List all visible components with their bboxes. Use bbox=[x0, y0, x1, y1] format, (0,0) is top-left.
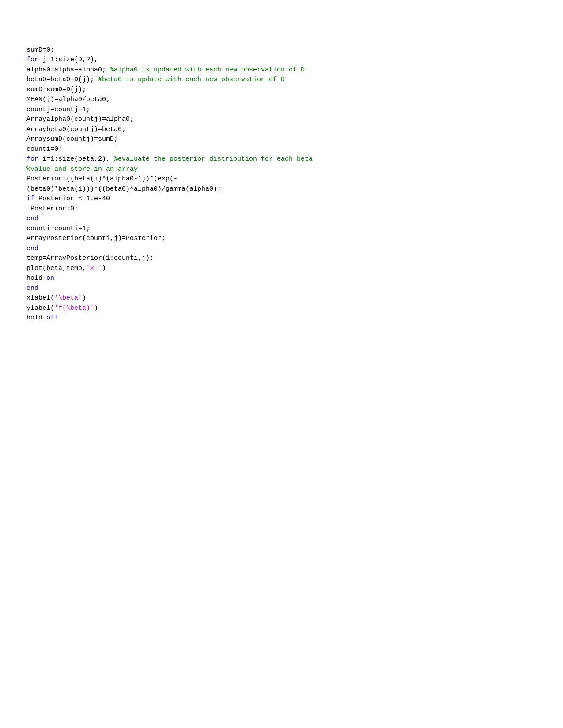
code-segment-comment: %evaluate the posterior distribution for… bbox=[114, 155, 313, 163]
code-segment-string: 'k-' bbox=[86, 265, 102, 272]
code-segment-normal: Posterior < 1.e-40 bbox=[34, 195, 110, 203]
code-segment-normal: Posterior=0; bbox=[26, 205, 78, 213]
code-line: Arraybeta0(countj)=beta0; bbox=[26, 125, 537, 135]
code-line: alpha0=alpha+alpha0; %alpha0 is updated … bbox=[26, 65, 537, 75]
code-line: end bbox=[26, 284, 537, 294]
code-block: sumD=0;for j=1:size(D,2),alpha0=alpha+al… bbox=[26, 35, 537, 323]
code-segment-comment: %beta0 is update with each new observati… bbox=[98, 76, 285, 83]
code-segment-normal: plot(beta,temp, bbox=[26, 265, 86, 272]
code-segment-string: '\beta' bbox=[54, 294, 82, 302]
code-line: counti=counti+1; bbox=[26, 224, 537, 234]
code-segment-normal: ArrayPosterior(counti,j)=Posterior; bbox=[26, 235, 166, 242]
code-segment-normal: Posterior=((beta(i)^(alpha0-1))*(exp(- bbox=[26, 175, 178, 183]
code-line: hold off bbox=[26, 313, 537, 323]
code-line: %value and store in an array bbox=[26, 165, 537, 175]
code-segment-normal: j=1:size(D,2), bbox=[38, 56, 98, 64]
code-segment-normal: MEAN(j)=alpha0/beta0; bbox=[26, 96, 110, 103]
code-line: for j=1:size(D,2), bbox=[26, 55, 537, 65]
code-segment-string: 'f(\beta)' bbox=[54, 304, 94, 312]
code-segment-normal: ylabel( bbox=[26, 304, 54, 312]
code-segment-normal: ArraysumD(countj)=sumD; bbox=[26, 135, 118, 143]
code-segment-normal: temp=ArrayPosterior(1:counti,j); bbox=[26, 255, 154, 262]
code-segment-normal: (beta0)*beta(i)))*((beta0)^alpha0)/gamma… bbox=[26, 185, 221, 193]
code-segment-normal: ) bbox=[94, 304, 98, 312]
code-segment-normal: ) bbox=[82, 294, 86, 302]
code-line: Posterior=((beta(i)^(alpha0-1))*(exp(- bbox=[26, 174, 537, 184]
code-segment-keyword: on bbox=[46, 274, 54, 282]
code-segment-keyword: end bbox=[26, 285, 38, 292]
code-segment-normal: sumD=0; bbox=[26, 46, 54, 54]
code-line: if Posterior < 1.e-40 bbox=[26, 194, 537, 204]
code-line: ylabel('f(\beta)') bbox=[26, 304, 537, 314]
code-line: beta0=beta0+D(j); %beta0 is update with … bbox=[26, 75, 537, 85]
code-segment-normal: Arraybeta0(countj)=beta0; bbox=[26, 126, 126, 133]
code-segment-normal: hold bbox=[26, 274, 46, 282]
code-line: xlabel('\beta') bbox=[26, 293, 537, 304]
code-segment-keyword: end bbox=[26, 245, 38, 252]
code-segment-keyword: if bbox=[26, 195, 34, 203]
code-segment-normal: hold bbox=[26, 314, 46, 322]
code-segment-normal: Arrayalpha0(countj)=alpha0; bbox=[26, 116, 134, 123]
code-line: temp=ArrayPosterior(1:counti,j); bbox=[26, 254, 537, 264]
code-segment-normal: counti=0; bbox=[26, 146, 62, 153]
code-segment-normal: ) bbox=[102, 265, 106, 272]
code-segment-normal: countj=countj+1; bbox=[26, 106, 90, 113]
code-line: sumD=sumD+D(j); bbox=[26, 85, 537, 95]
code-line: countj=countj+1; bbox=[26, 105, 537, 115]
code-segment-normal: xlabel( bbox=[26, 294, 54, 302]
code-line: MEAN(j)=alpha0/beta0; bbox=[26, 95, 537, 105]
code-segment-normal: alpha0=alpha+alpha0; bbox=[26, 66, 110, 74]
code-line: ArrayPosterior(counti,j)=Posterior; bbox=[26, 234, 537, 244]
code-line: Posterior=0; bbox=[26, 204, 537, 214]
code-segment-normal: i=1:size(beta,2), bbox=[38, 155, 114, 163]
code-segment-keyword: end bbox=[26, 215, 38, 222]
code-line: ArraysumD(countj)=sumD; bbox=[26, 135, 537, 145]
code-line: for i=1:size(beta,2), %evaluate the post… bbox=[26, 154, 537, 165]
code-segment-keyword: off bbox=[46, 314, 58, 322]
code-segment-comment: %value and store in an array bbox=[26, 165, 138, 173]
code-line: (beta0)*beta(i)))*((beta0)^alpha0)/gamma… bbox=[26, 184, 537, 195]
code-line: hold on bbox=[26, 274, 537, 284]
code-segment-comment: %alpha0 is updated with each new observa… bbox=[110, 66, 305, 74]
code-segment-keyword: for bbox=[26, 155, 38, 163]
code-line: end bbox=[26, 244, 537, 254]
code-segment-normal: sumD=sumD+D(j); bbox=[26, 86, 86, 94]
code-line: counti=0; bbox=[26, 145, 537, 155]
code-segment-normal: beta0=beta0+D(j); bbox=[26, 76, 98, 83]
code-line: sumD=0; bbox=[26, 45, 537, 56]
code-segment-normal: counti=counti+1; bbox=[26, 225, 90, 233]
code-segment-keyword: for bbox=[26, 56, 38, 64]
code-line: plot(beta,temp,'k-') bbox=[26, 264, 537, 274]
code-line: Arrayalpha0(countj)=alpha0; bbox=[26, 115, 537, 125]
code-line: end bbox=[26, 214, 537, 224]
